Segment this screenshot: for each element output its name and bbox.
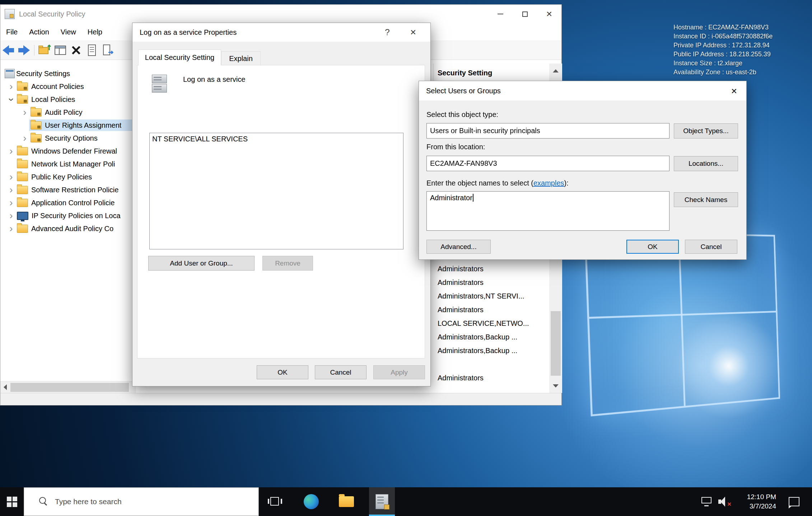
- tree-item-public-key-policies[interactable]: Public Key Policies: [0, 170, 136, 183]
- cancel-button[interactable]: Cancel: [315, 365, 367, 379]
- scroll-up-icon: [553, 69, 559, 72]
- cancel-button[interactable]: Cancel: [685, 240, 737, 254]
- back-button[interactable]: [0, 42, 16, 58]
- remove-button[interactable]: Remove: [262, 256, 313, 271]
- info-public-ip: Public IP Address : 18.218.255.39: [673, 50, 773, 59]
- object-names-input[interactable]: Administrator: [426, 191, 669, 231]
- minimize-icon: [498, 14, 503, 14]
- title-bar[interactable]: Local Security Policy ×: [0, 5, 561, 23]
- edge-button[interactable]: [298, 487, 324, 516]
- taskbar: Type here to search × 12:10 PM 3/7/2024: [0, 487, 812, 516]
- assigned-principals-listbox[interactable]: NT SERVICE\ALL SERVICES: [149, 133, 403, 249]
- policy-server-icon: [150, 73, 168, 94]
- menu-help[interactable]: Help: [82, 23, 108, 41]
- file-explorer-button[interactable]: [333, 487, 359, 516]
- object-types-button[interactable]: Object Types...: [674, 123, 738, 139]
- advanced-button[interactable]: Advanced...: [426, 240, 491, 254]
- tree-item-advanced-audit-policy[interactable]: Advanced Audit Policy Co: [0, 222, 136, 235]
- close-icon: ×: [731, 86, 737, 96]
- tree-item-windows-defender-firewall[interactable]: Windows Defender Firewal: [0, 145, 136, 158]
- tree-item-user-rights-assignment[interactable]: User Rights Assignment: [0, 119, 136, 132]
- chevron-right-icon[interactable]: [7, 147, 15, 155]
- chevron-right-icon[interactable]: [20, 134, 29, 142]
- close-icon: ×: [410, 27, 416, 37]
- chevron-right-icon[interactable]: [7, 173, 15, 181]
- delete-button[interactable]: [68, 42, 84, 58]
- scroll-up-button[interactable]: [549, 64, 562, 78]
- scroll-left-button[interactable]: [0, 381, 10, 393]
- tree-horizontal-scrollbar[interactable]: [0, 381, 136, 393]
- column-separator[interactable]: [433, 64, 434, 83]
- chevron-right-icon[interactable]: [7, 82, 15, 91]
- check-names-button[interactable]: Check Names: [674, 192, 738, 207]
- network-tray-button[interactable]: [700, 487, 714, 516]
- chevron-right-icon[interactable]: [7, 211, 15, 220]
- info-instance-size: Instance Size : t2.xlarge: [673, 59, 773, 68]
- action-center-button[interactable]: [785, 487, 803, 516]
- select-users-groups-dialog: Select Users or Groups × Select this obj…: [419, 81, 747, 260]
- chevron-down-icon[interactable]: [7, 95, 15, 104]
- examples-link[interactable]: examples: [533, 179, 564, 187]
- console-tree: Security Settings Account Policies Local…: [0, 64, 136, 381]
- export-folder-icon: [37, 43, 52, 57]
- tree-item-security-settings[interactable]: Security Settings: [0, 67, 136, 80]
- menu-view[interactable]: View: [55, 23, 82, 41]
- location-field[interactable]: EC2AMAZ-FAN98V3: [426, 156, 669, 171]
- computer-icon: [17, 212, 28, 220]
- minimize-button[interactable]: [488, 5, 513, 23]
- forward-button[interactable]: [16, 42, 32, 58]
- close-button[interactable]: ×: [537, 5, 561, 23]
- chevron-right-icon[interactable]: [7, 198, 15, 207]
- dialog-close-button[interactable]: ×: [405, 25, 422, 39]
- chevron-right-icon[interactable]: [20, 108, 29, 117]
- taskbar-search[interactable]: Type here to search: [24, 487, 259, 516]
- dialog-title-bar[interactable]: Select Users or Groups: [419, 81, 746, 100]
- local-security-policy-taskbar-button[interactable]: [369, 487, 395, 516]
- tab-explain[interactable]: Explain: [221, 51, 261, 65]
- folder-lock-icon: [31, 108, 42, 117]
- ok-button[interactable]: OK: [257, 365, 308, 379]
- console-view-button[interactable]: [52, 42, 68, 58]
- column-header-security-setting[interactable]: Security Setting: [438, 64, 492, 83]
- tree-item-account-policies[interactable]: Account Policies: [0, 80, 136, 93]
- tree-item-local-policies[interactable]: Local Policies: [0, 93, 136, 106]
- scrollbar-thumb[interactable]: [10, 383, 129, 392]
- volume-tray-button[interactable]: ×: [717, 487, 732, 516]
- tree-item-audit-policy[interactable]: Audit Policy: [0, 106, 136, 119]
- scroll-down-icon: [553, 384, 559, 388]
- add-user-or-group-button[interactable]: Add User or Group...: [148, 256, 255, 271]
- tree-item-network-list-manager[interactable]: Network List Manager Poli: [0, 158, 136, 170]
- menu-file[interactable]: File: [0, 23, 23, 41]
- info-instance-id: Instance ID : i-065a48f5730882f6e: [673, 32, 773, 41]
- dialog-help-button[interactable]: ?: [379, 25, 396, 39]
- chevron-right-icon[interactable]: [7, 186, 15, 194]
- maximize-button[interactable]: [513, 5, 537, 23]
- tree-item-ip-security-policies[interactable]: IP Security Policies on Loca: [0, 209, 136, 222]
- scroll-down-button[interactable]: [549, 379, 562, 393]
- action-center-icon: [789, 497, 799, 506]
- menu-action[interactable]: Action: [23, 23, 55, 41]
- principal-entry[interactable]: NT SERVICE\ALL SERVICES: [152, 135, 401, 143]
- chevron-right-icon[interactable]: [7, 224, 15, 233]
- taskbar-clock[interactable]: 12:10 PM 3/7/2024: [747, 487, 776, 516]
- start-button[interactable]: [0, 487, 24, 516]
- scrollbar-thumb[interactable]: [551, 311, 561, 376]
- object-type-field[interactable]: Users or Built-in security principals: [426, 123, 669, 139]
- info-hostname: Hostname : EC2AMAZ-FAN98V3: [673, 23, 773, 32]
- task-view-icon: [268, 497, 282, 506]
- delete-x-icon: [69, 43, 83, 57]
- desktop: Hostname : EC2AMAZ-FAN98V3 Instance ID :…: [0, 0, 812, 516]
- export-list-button[interactable]: [37, 42, 52, 58]
- dialog-close-button[interactable]: ×: [726, 84, 742, 98]
- locations-button[interactable]: Locations...: [674, 156, 738, 171]
- apply-button[interactable]: Apply: [373, 365, 425, 379]
- tree-item-application-control[interactable]: Application Control Policie: [0, 196, 136, 209]
- task-view-button[interactable]: [262, 487, 288, 516]
- scroll-left-icon: [4, 384, 7, 390]
- tree-item-security-options[interactable]: Security Options: [0, 132, 136, 145]
- help-toolbar-button[interactable]: [100, 42, 116, 58]
- properties-button[interactable]: [84, 42, 100, 58]
- tab-local-security-setting[interactable]: Local Security Setting: [138, 50, 221, 65]
- ok-button[interactable]: OK: [626, 240, 679, 254]
- tree-item-software-restriction[interactable]: Software Restriction Policie: [0, 183, 136, 196]
